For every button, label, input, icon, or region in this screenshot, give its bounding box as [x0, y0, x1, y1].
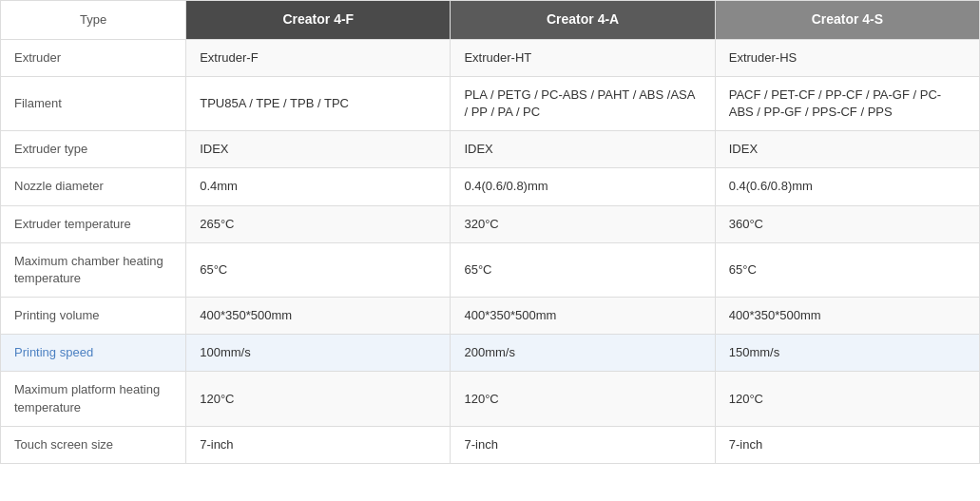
- row-label: Maximum platform heating temperature: [1, 372, 186, 426]
- row-value: 120°C: [186, 372, 451, 426]
- row-value: 7-inch: [451, 426, 715, 463]
- header-type-label: Type: [1, 1, 186, 40]
- row-label: Filament: [1, 76, 186, 130]
- comparison-table: Type Creator 4-F Creator 4-A Creator 4-S…: [0, 0, 980, 464]
- row-value: Extruder-HT: [451, 39, 715, 76]
- row-value: 400*350*500mm: [715, 298, 979, 335]
- table-row: Maximum platform heating temperature120°…: [1, 372, 980, 426]
- table-row: Nozzle diameter0.4mm0.4(0.6/0.8)mm0.4(0.…: [1, 168, 980, 205]
- row-value: IDEX: [715, 131, 979, 168]
- row-label: Extruder temperature: [1, 205, 186, 242]
- table-row: Extruder temperature265°C320°C360°C: [1, 205, 980, 242]
- row-value: 150mm/s: [715, 335, 979, 372]
- row-label: Printing volume: [1, 298, 186, 335]
- row-value: 320°C: [451, 205, 715, 242]
- table-row: Maximum chamber heating temperature65°C6…: [1, 242, 980, 297]
- row-label: Printing speed: [1, 335, 186, 372]
- row-value: TPU85A / TPE / TPB / TPC: [186, 76, 451, 130]
- row-label: Extruder: [1, 39, 186, 76]
- row-value: 65°C: [715, 242, 979, 297]
- row-label: Extruder type: [1, 131, 186, 168]
- row-value: IDEX: [186, 131, 451, 168]
- row-value: PACF / PET-CF / PP-CF / PA-GF / PC-ABS /…: [715, 76, 979, 130]
- table-row: Touch screen size7-inch7-inch7-inch: [1, 426, 980, 463]
- row-value: Extruder-F: [186, 39, 451, 76]
- row-value: 65°C: [186, 242, 451, 297]
- row-value: IDEX: [451, 131, 715, 168]
- row-value: 360°C: [715, 205, 979, 242]
- table-row: Extruder typeIDEXIDEXIDEX: [1, 131, 980, 168]
- row-label: Maximum chamber heating temperature: [1, 242, 186, 297]
- header-creator4a: Creator 4-A: [451, 1, 715, 40]
- row-label: Nozzle diameter: [1, 168, 186, 205]
- row-value: 120°C: [715, 372, 979, 426]
- row-value: 120°C: [451, 372, 715, 426]
- row-value: 0.4mm: [186, 168, 451, 205]
- row-value: 0.4(0.6/0.8)mm: [715, 168, 979, 205]
- header-creator4s: Creator 4-S: [715, 1, 979, 40]
- table-row: FilamentTPU85A / TPE / TPB / TPCPLA / PE…: [1, 76, 980, 130]
- row-value: 100mm/s: [186, 335, 451, 372]
- table-row: Printing volume400*350*500mm400*350*500m…: [1, 298, 980, 335]
- header-creator4f: Creator 4-F: [186, 1, 451, 40]
- row-label: Touch screen size: [1, 426, 186, 463]
- row-value: 7-inch: [715, 426, 979, 463]
- row-value: Extruder-HS: [715, 39, 979, 76]
- row-value: 265°C: [186, 205, 451, 242]
- row-value: 400*350*500mm: [186, 298, 451, 335]
- row-value: 0.4(0.6/0.8)mm: [451, 168, 715, 205]
- row-value: 7-inch: [186, 426, 451, 463]
- table-row: ExtruderExtruder-FExtruder-HTExtruder-HS: [1, 39, 980, 76]
- row-value: PLA / PETG / PC-ABS / PAHT / ABS /ASA / …: [451, 76, 715, 130]
- row-value: 200mm/s: [451, 335, 715, 372]
- table-row: Printing speed100mm/s200mm/s150mm/s: [1, 335, 980, 372]
- row-value: 400*350*500mm: [451, 298, 715, 335]
- row-value: 65°C: [451, 242, 715, 297]
